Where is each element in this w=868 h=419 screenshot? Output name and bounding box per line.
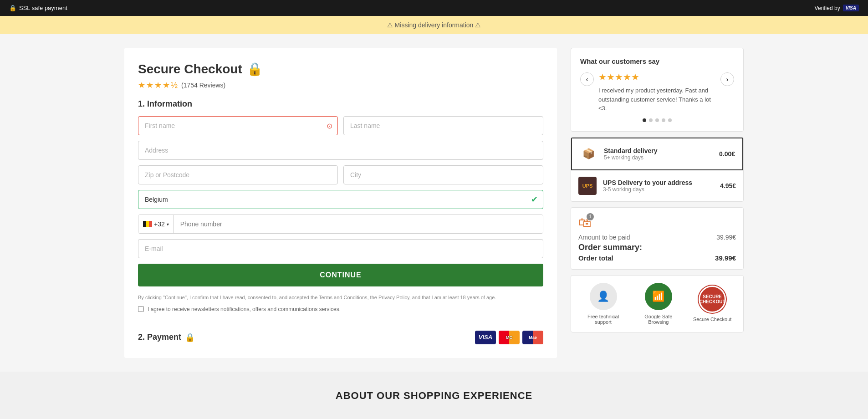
- ups-delivery-name: UPS Delivery to your address: [603, 179, 714, 186]
- email-field: [138, 239, 543, 258]
- newsletter-label: I agree to receive newsletters notificat…: [148, 306, 341, 312]
- secure-checkout-icon: SECURECHECKOUT: [699, 286, 726, 313]
- order-summary-title: Order summary:: [578, 243, 736, 252]
- review-prev-button[interactable]: ‹: [580, 72, 594, 86]
- support-icon: 👤: [590, 283, 617, 310]
- reviews-box: What our customers say ‹ ★★★★★ I receive…: [571, 48, 744, 132]
- address-field: [138, 141, 543, 160]
- amount-row: Amount to be paid 39.99€: [578, 234, 736, 241]
- bottom-section: ABOUT OUR SHOPPING EXPERIENCE: [0, 372, 868, 419]
- phone-row: +32 ▾: [138, 215, 543, 234]
- warning-bar: ⚠ Missing delivery information ⚠: [0, 16, 868, 34]
- reviews-stars-row: ★★★★½ (1754 Reviews): [138, 80, 543, 90]
- ssl-text: SSL safe payment: [19, 5, 67, 11]
- last-name-input[interactable]: [343, 116, 543, 135]
- payment-title: 2. Payment 🔒: [138, 332, 195, 342]
- trust-badges: 👤 Free technical support 📶 Google Safe B…: [571, 275, 744, 332]
- payment-icons: VISA MC Mae: [475, 331, 543, 344]
- bottom-title: ABOUT OUR SHOPPING EXPERIENCE: [9, 390, 859, 402]
- ups-delivery-price: 4.95€: [720, 182, 736, 189]
- delivery-ups[interactable]: UPS UPS Delivery to your address 3-5 wor…: [571, 170, 743, 201]
- email-input[interactable]: [138, 239, 543, 258]
- top-bar: 🔒 SSL safe payment Verified by VISA: [0, 0, 868, 16]
- review-text: I received my product yesterday. Fast an…: [598, 86, 716, 113]
- standard-delivery-days: 5+ working days: [604, 154, 713, 161]
- amount-label: Amount to be paid: [578, 234, 630, 241]
- review-dots: [580, 118, 734, 122]
- cart-count: 1: [587, 213, 594, 220]
- continue-button[interactable]: CONTINUE: [138, 264, 543, 286]
- review-nav: ‹ ★★★★★ I received my product yesterday.…: [580, 72, 734, 113]
- ssl-label: 🔒 SSL safe payment: [9, 5, 67, 11]
- dot-1: [643, 118, 646, 122]
- dot-2: [649, 118, 653, 122]
- google-icon: 📶: [645, 283, 672, 310]
- country-select[interactable]: Belgium France Germany Netherlands: [138, 190, 543, 209]
- review-count: (1754 Reviews): [181, 82, 225, 89]
- trust-support: 👤 Free technical support: [583, 283, 624, 325]
- payment-section: 2. Payment 🔒 VISA MC Mae: [138, 331, 543, 344]
- country-row: Belgium France Germany Netherlands ✔: [138, 190, 543, 209]
- payment-title-text: 2. Payment: [138, 332, 181, 342]
- order-summary-box: 🛍 1 Amount to be paid 39.99€ Order summa…: [571, 207, 744, 270]
- phone-prefix-text: +32: [154, 220, 165, 228]
- address-input[interactable]: [138, 141, 543, 160]
- name-row: ⊙: [138, 116, 543, 135]
- visa-verified: VISA: [843, 5, 859, 11]
- standard-delivery-icon: 📦: [579, 145, 597, 163]
- secure-label: Secure Checkout: [693, 317, 731, 322]
- verified-label: Verified by: [815, 5, 840, 11]
- newsletter-checkbox[interactable]: [138, 306, 144, 312]
- zip-field: [138, 165, 338, 184]
- order-total-label: Order total: [578, 254, 613, 262]
- review-content: ★★★★★ I received my product yesterday. F…: [594, 72, 720, 113]
- last-name-field: [343, 116, 543, 135]
- ups-delivery-info: UPS Delivery to your address 3-5 working…: [603, 179, 714, 193]
- checkout-form: Secure Checkout 🔒 ★★★★½ (1754 Reviews) 1…: [124, 48, 557, 358]
- cart-badge-row: 🛍 1: [578, 215, 736, 230]
- mastercard-icon: MC: [499, 331, 520, 344]
- cart-icon-wrap: 🛍 1: [578, 215, 591, 230]
- dot-5: [668, 118, 672, 122]
- section1-title: 1. Information: [138, 99, 543, 109]
- verified-badge: Verified by VISA: [815, 5, 859, 11]
- error-icon: ⊙: [327, 122, 332, 130]
- first-name-input[interactable]: [138, 116, 338, 135]
- trust-google: 📶 Google Safe Browsing: [638, 283, 679, 325]
- newsletter-row: I agree to receive newsletters notificat…: [138, 306, 543, 312]
- ups-delivery-days: 3-5 working days: [603, 186, 714, 193]
- reviews-header: What our customers say: [580, 57, 734, 65]
- phone-input[interactable]: [174, 215, 543, 233]
- standard-delivery-info: Standard delivery 5+ working days: [604, 147, 713, 161]
- phone-prefix[interactable]: +32 ▾: [138, 215, 174, 233]
- review-next-button[interactable]: ›: [720, 72, 734, 86]
- trust-secure-checkout: SECURECHECKOUT Secure Checkout: [693, 286, 731, 322]
- flag-belgium: [143, 221, 152, 227]
- main-layout: Secure Checkout 🔒 ★★★★½ (1754 Reviews) 1…: [115, 34, 753, 372]
- standard-delivery-price: 0.00€: [719, 150, 735, 158]
- lock-icon: 🔒: [9, 5, 16, 11]
- country-check-icon: ✔: [531, 194, 538, 204]
- city-input[interactable]: [343, 165, 543, 184]
- first-name-field: ⊙: [138, 116, 338, 135]
- star-rating: ★★★★½: [138, 80, 179, 90]
- standard-delivery-name: Standard delivery: [604, 147, 713, 154]
- continue-label: CONTINUE: [320, 271, 362, 279]
- visa-icon: VISA: [475, 331, 496, 344]
- city-field: [343, 165, 543, 184]
- page-title: Secure Checkout 🔒: [138, 61, 543, 77]
- address-row: [138, 141, 543, 160]
- country-field: Belgium France Germany Netherlands ✔: [138, 190, 543, 209]
- payment-lock-icon: 🔒: [185, 332, 195, 342]
- dot-4: [662, 118, 665, 122]
- amount-value: 39.99€: [716, 234, 736, 241]
- delivery-standard[interactable]: 📦 Standard delivery 5+ working days 0.00…: [571, 138, 743, 170]
- ups-delivery-icon: UPS: [578, 177, 597, 195]
- support-label: Free technical support: [583, 314, 624, 325]
- order-total-value: 39.99€: [715, 254, 736, 262]
- sidebar: What our customers say ‹ ★★★★★ I receive…: [571, 48, 744, 332]
- zip-input[interactable]: [138, 165, 338, 184]
- delivery-box: 📦 Standard delivery 5+ working days 0.00…: [571, 137, 744, 202]
- order-total-row: Order total 39.99€: [578, 254, 736, 262]
- lock-icon: 🔒: [247, 61, 263, 77]
